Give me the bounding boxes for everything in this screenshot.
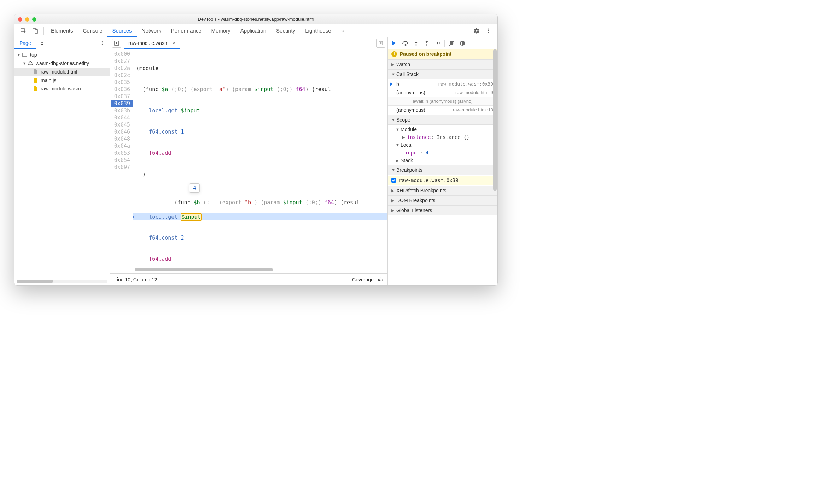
run-snippet-icon[interactable] bbox=[376, 39, 385, 48]
frame-icon bbox=[22, 52, 28, 57]
navigator-more-icon[interactable] bbox=[95, 37, 110, 49]
stack-frame[interactable]: (anonymous) raw-module.html:9 bbox=[388, 88, 497, 97]
editor-tab-active[interactable]: raw-module.wasm ✕ bbox=[124, 37, 180, 49]
svg-point-19 bbox=[460, 41, 465, 46]
editor-pane: raw-module.wasm ✕ 0x000 0x027 0x02a 0x02… bbox=[110, 37, 388, 285]
pause-banner: i Paused on breakpoint bbox=[388, 49, 497, 59]
settings-icon[interactable] bbox=[471, 24, 483, 37]
tab-elements[interactable]: Elements bbox=[46, 24, 78, 37]
editor-tab-label: raw-module.wasm bbox=[128, 40, 169, 46]
tab-security[interactable]: Security bbox=[271, 24, 300, 37]
code-editor[interactable]: 0x000 0x027 0x02a 0x02c 0x035 0x036 0x03… bbox=[110, 49, 387, 267]
debugger-pane: i Paused on breakpoint ▶ Watch ▼ Call St… bbox=[388, 37, 497, 285]
stack-frame[interactable]: (anonymous) raw-module.html:10 bbox=[388, 106, 497, 114]
svg-rect-20 bbox=[461, 42, 462, 45]
nav-horizontal-scrollbar[interactable] bbox=[17, 280, 107, 283]
file-js-icon bbox=[32, 78, 39, 83]
window-titlebar: DevTools - wasm-dbg-stories.netlify.app/… bbox=[14, 14, 497, 24]
tree-domain[interactable]: ▼ wasm-dbg-stories.netlify bbox=[14, 59, 110, 68]
tab-console[interactable]: Console bbox=[78, 24, 107, 37]
breakpoints-section-header[interactable]: ▼ Breakpoints bbox=[388, 165, 497, 175]
step-out-button[interactable] bbox=[422, 39, 432, 48]
breakpoint-checkbox[interactable] bbox=[391, 178, 396, 183]
value-tooltip: 4 bbox=[189, 183, 200, 193]
chevron-down-icon: ▼ bbox=[396, 127, 401, 131]
callstack-section-header[interactable]: ▼ Call Stack bbox=[388, 69, 497, 79]
chevron-right-icon: ▶ bbox=[391, 188, 396, 193]
tabs-overflow[interactable]: » bbox=[336, 24, 349, 37]
navigate-back-icon[interactable] bbox=[112, 39, 121, 48]
resume-button[interactable] bbox=[390, 39, 400, 48]
scope-prop-instance[interactable]: ▶ instance: Instance {} bbox=[388, 133, 497, 141]
cursor-position: Line 10, Column 12 bbox=[114, 277, 157, 282]
tree-file-html[interactable]: raw-module.html bbox=[14, 68, 110, 76]
tree-top-frame[interactable]: ▼ top bbox=[14, 51, 110, 59]
tree-file-js[interactable]: main.js bbox=[14, 76, 110, 84]
window-title: DevTools - wasm-dbg-stories.netlify.app/… bbox=[14, 17, 497, 22]
tab-performance[interactable]: Performance bbox=[166, 24, 206, 37]
tab-application[interactable]: Application bbox=[235, 24, 271, 37]
svg-point-17 bbox=[439, 42, 440, 44]
debugger-body: i Paused on breakpoint ▶ Watch ▼ Call St… bbox=[388, 49, 497, 285]
tab-lighthouse[interactable]: Lighthouse bbox=[300, 24, 336, 37]
tree-label: top bbox=[30, 52, 37, 58]
device-toolbar-icon[interactable] bbox=[29, 24, 41, 37]
scope-local[interactable]: ▼ Local bbox=[388, 141, 497, 149]
step-over-button[interactable] bbox=[401, 39, 410, 48]
tab-memory[interactable]: Memory bbox=[206, 24, 235, 37]
scope-stack[interactable]: ▶ Stack bbox=[388, 157, 497, 164]
breakpoints-section: raw-module.wasm:0x39 bbox=[388, 175, 497, 186]
xhr-breakpoints-header[interactable]: ▶ XHR/fetch Breakpoints bbox=[388, 186, 497, 195]
chevron-down-icon: ▼ bbox=[391, 118, 396, 122]
breakpoint-item[interactable]: raw-module.wasm:0x39 bbox=[388, 176, 497, 185]
chevron-right-icon: ▶ bbox=[396, 158, 401, 163]
scope-section-header[interactable]: ▼ Scope bbox=[388, 115, 497, 125]
svg-rect-21 bbox=[463, 42, 463, 45]
panel-tabs: Elements Console Sources Network Perform… bbox=[46, 24, 349, 37]
close-window-button[interactable] bbox=[18, 17, 22, 22]
watch-section-header[interactable]: ▶ Watch bbox=[388, 59, 497, 69]
scope-module[interactable]: ▼ Module bbox=[388, 125, 497, 133]
svg-point-7 bbox=[102, 42, 103, 43]
cloud-icon bbox=[27, 61, 34, 66]
pause-on-exceptions-button[interactable] bbox=[457, 39, 467, 48]
chevron-down-icon: ▼ bbox=[391, 72, 396, 76]
stack-frame[interactable]: b raw-module.wasm:0x39 bbox=[388, 80, 497, 88]
step-into-button[interactable] bbox=[411, 39, 421, 48]
scope-prop-input[interactable]: input: 4 bbox=[388, 149, 497, 157]
global-listeners-header[interactable]: ▶ Global Listeners bbox=[388, 205, 497, 215]
chevron-right-icon: ▶ bbox=[391, 208, 396, 213]
file-wasm-icon bbox=[32, 86, 39, 91]
svg-point-3 bbox=[488, 28, 489, 29]
step-button[interactable] bbox=[432, 39, 442, 48]
svg-point-14 bbox=[405, 44, 406, 45]
close-tab-icon[interactable]: ✕ bbox=[172, 40, 176, 46]
svg-point-4 bbox=[488, 30, 489, 31]
debugger-toolbar bbox=[388, 37, 497, 49]
dom-breakpoints-header[interactable]: ▶ DOM Breakpoints bbox=[388, 195, 497, 205]
minimize-window-button[interactable] bbox=[25, 17, 29, 22]
more-menu-icon[interactable] bbox=[483, 24, 495, 37]
deactivate-breakpoints-button[interactable] bbox=[447, 39, 457, 48]
code-content[interactable]: (module (func $a (;0;) (export "a") (par… bbox=[133, 49, 387, 267]
file-tree[interactable]: ▼ top ▼ wasm-dbg-stories.netlify raw-mod… bbox=[14, 49, 110, 285]
chevron-right-icon: ▶ bbox=[402, 135, 407, 140]
svg-point-5 bbox=[488, 32, 489, 33]
svg-rect-9 bbox=[23, 53, 27, 57]
editor-tabbar: raw-module.wasm ✕ bbox=[110, 37, 387, 49]
chevron-down-icon: ▼ bbox=[17, 53, 21, 57]
debugger-vertical-scrollbar[interactable] bbox=[493, 49, 497, 285]
inspect-element-icon[interactable] bbox=[17, 24, 29, 37]
zoom-window-button[interactable] bbox=[32, 17, 36, 22]
chevron-down-icon: ▼ bbox=[391, 168, 396, 172]
tree-label: raw-module.html bbox=[41, 69, 77, 75]
tab-sources[interactable]: Sources bbox=[107, 24, 137, 37]
tab-network[interactable]: Network bbox=[137, 24, 166, 37]
chevron-right-icon: ▶ bbox=[391, 62, 396, 67]
editor-horizontal-scrollbar[interactable] bbox=[135, 267, 386, 272]
line-gutter[interactable]: 0x000 0x027 0x02a 0x02c 0x035 0x036 0x03… bbox=[110, 49, 133, 267]
navigator-tab-page[interactable]: Page bbox=[14, 37, 36, 49]
svg-rect-13 bbox=[397, 41, 397, 45]
navigator-tabs-overflow[interactable]: » bbox=[36, 37, 49, 49]
tree-file-wasm[interactable]: raw-module.wasm bbox=[14, 84, 110, 93]
